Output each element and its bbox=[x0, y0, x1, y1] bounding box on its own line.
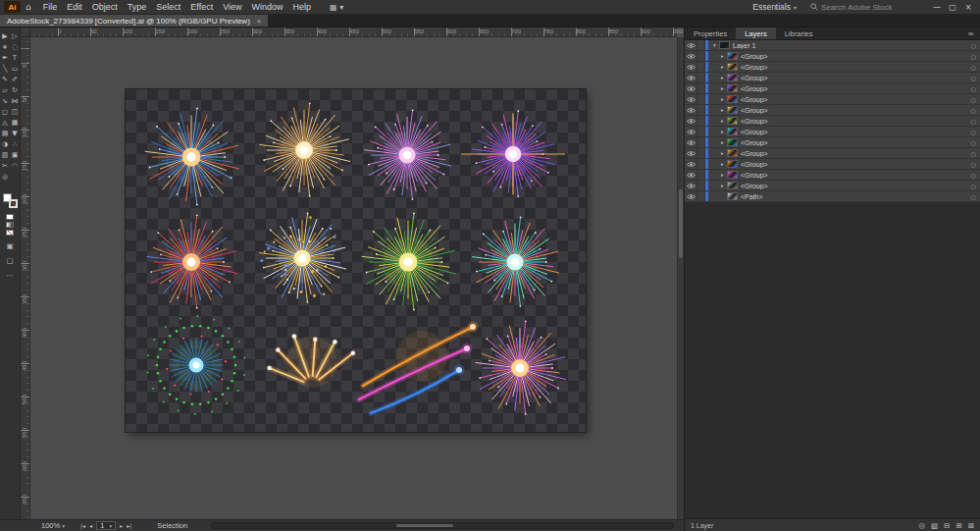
layer-thumbnail[interactable] bbox=[727, 160, 738, 168]
sublayer-row[interactable]: ▸<Group>○ bbox=[685, 62, 980, 73]
locate-object-icon[interactable]: ◎ bbox=[918, 521, 925, 530]
scale-tool[interactable]: ⇘ bbox=[0, 97, 10, 106]
lock-column[interactable] bbox=[697, 51, 705, 61]
pencil-tool[interactable]: ✐ bbox=[10, 76, 20, 84]
lock-column[interactable] bbox=[697, 127, 705, 136]
lock-column[interactable] bbox=[697, 181, 705, 190]
layer-target-icon[interactable]: ○ bbox=[966, 75, 980, 81]
blend-tool[interactable]: ◑ bbox=[0, 140, 10, 149]
layer-target-icon[interactable]: ○ bbox=[966, 150, 980, 157]
previous-artboard-icon[interactable]: ◂ bbox=[89, 522, 92, 529]
sublayer-row[interactable]: ▸<Group>○ bbox=[685, 148, 980, 159]
artboard-number-box[interactable]: 1 ▾ bbox=[96, 521, 116, 530]
expand-chevron-icon[interactable]: ▸ bbox=[718, 183, 727, 188]
visibility-eye-toggle[interactable] bbox=[685, 94, 697, 104]
new-sublayer-icon[interactable]: ⊟ bbox=[944, 521, 950, 530]
expand-chevron-icon[interactable]: ▸ bbox=[718, 75, 727, 80]
menu-item-view[interactable]: View bbox=[218, 2, 246, 12]
horizontal-ruler[interactable]: 0501001502002503003504004505005506006507… bbox=[30, 27, 677, 37]
tab-libraries[interactable]: Libraries bbox=[776, 27, 822, 39]
layer-target-icon[interactable]: ○ bbox=[966, 161, 980, 168]
panel-menu-icon[interactable]: ≡ bbox=[961, 27, 980, 39]
lock-column[interactable] bbox=[697, 40, 705, 50]
visibility-eye-toggle[interactable] bbox=[685, 116, 697, 126]
selection-tool[interactable]: ▶ bbox=[0, 32, 10, 41]
canvas[interactable] bbox=[30, 37, 677, 519]
layer-thumbnail[interactable] bbox=[727, 171, 738, 179]
lock-column[interactable] bbox=[697, 105, 705, 115]
expand-chevron-icon[interactable]: ▸ bbox=[718, 139, 727, 145]
stroke-color-swatch[interactable] bbox=[9, 199, 18, 208]
visibility-eye-toggle[interactable] bbox=[685, 159, 697, 169]
workspace-switcher[interactable]: Essentials ▾ bbox=[752, 2, 797, 12]
layer-thumbnail[interactable] bbox=[727, 138, 738, 146]
sublayer-row[interactable]: ▸<Group>○ bbox=[685, 83, 980, 94]
delete-layer-icon[interactable]: ⊠ bbox=[968, 521, 974, 530]
document-tab[interactable]: AdobeStock_273984339 [Converted].ai @ 10… bbox=[0, 15, 268, 27]
line-segment-tool[interactable]: ╲ bbox=[0, 65, 10, 74]
column-graph-tool[interactable]: ▥ bbox=[0, 151, 10, 160]
lock-column[interactable] bbox=[697, 83, 705, 93]
slice-tool[interactable]: ✂ bbox=[0, 162, 10, 171]
expand-chevron-icon[interactable]: ▸ bbox=[718, 53, 727, 59]
layer-thumbnail[interactable] bbox=[727, 95, 738, 103]
layer-thumbnail[interactable] bbox=[727, 84, 738, 92]
rotate-tool[interactable]: ↻ bbox=[10, 86, 20, 95]
vertical-ruler[interactable]: 050100150200250300350400450500550600650 bbox=[21, 37, 30, 519]
visibility-eye-toggle[interactable] bbox=[685, 73, 697, 82]
symbol-sprayer-tool[interactable]: ∴ bbox=[10, 140, 20, 149]
artboard-artwork[interactable] bbox=[126, 89, 586, 432]
expand-chevron-icon[interactable]: ▸ bbox=[718, 85, 727, 91]
arrange-documents-icon[interactable]: ▦ ▾ bbox=[330, 3, 343, 12]
rectangle-tool[interactable]: ▭ bbox=[10, 65, 20, 74]
lock-column[interactable] bbox=[697, 62, 705, 72]
layer-target-icon[interactable]: ○ bbox=[966, 96, 980, 103]
layer-target-icon[interactable]: ○ bbox=[966, 193, 980, 200]
new-layer-icon[interactable]: ⊞ bbox=[955, 521, 961, 530]
menu-item-window[interactable]: Window bbox=[247, 2, 288, 12]
lock-column[interactable] bbox=[697, 148, 705, 158]
visibility-eye-toggle[interactable] bbox=[685, 170, 697, 180]
sublayer-row[interactable]: ▸<Group>○ bbox=[685, 116, 980, 127]
layer-target-icon[interactable]: ○ bbox=[966, 139, 980, 146]
first-artboard-icon[interactable]: |◂ bbox=[80, 522, 85, 529]
minimize-button[interactable]: — bbox=[929, 3, 945, 12]
zoom-tool[interactable]: ◎ bbox=[0, 173, 10, 182]
expand-chevron-icon[interactable]: ▸ bbox=[718, 107, 727, 113]
layer-thumbnail[interactable] bbox=[727, 106, 738, 114]
gradient-button[interactable] bbox=[6, 222, 14, 228]
sublayer-row[interactable]: ▸<Group>○ bbox=[685, 159, 980, 170]
layer-thumbnail[interactable] bbox=[727, 52, 738, 60]
layer-thumbnail[interactable] bbox=[727, 182, 738, 189]
tab-layers[interactable]: Layers bbox=[736, 27, 776, 39]
sublayer-row[interactable]: ▸<Group>○ bbox=[685, 137, 980, 148]
none-button[interactable] bbox=[6, 230, 14, 236]
menu-item-type[interactable]: Type bbox=[123, 2, 152, 12]
pen-tool[interactable]: ✒ bbox=[0, 54, 10, 63]
menu-item-select[interactable]: Select bbox=[151, 2, 185, 12]
tab-properties[interactable]: Properties bbox=[685, 27, 736, 39]
zoom-level[interactable]: 100% bbox=[41, 521, 60, 530]
artboard-tool[interactable]: ▣ bbox=[10, 151, 20, 160]
sublayer-row[interactable]: ▸<Group>○ bbox=[685, 73, 980, 83]
sublayer-row[interactable]: ▸<Group>○ bbox=[685, 94, 980, 105]
expand-chevron-icon[interactable]: ▸ bbox=[718, 161, 727, 167]
clipping-mask-icon[interactable]: ▧ bbox=[931, 521, 938, 530]
layer-row[interactable]: ▾Layer 1○ bbox=[685, 40, 980, 51]
home-icon[interactable]: ⌂ bbox=[26, 2, 31, 12]
drawing-modes-icon[interactable]: ▣ bbox=[0, 241, 20, 250]
layer-thumbnail[interactable] bbox=[727, 74, 738, 81]
sublayer-row[interactable]: ▸<Group>○ bbox=[685, 181, 980, 191]
layer-target-icon[interactable]: ○ bbox=[966, 53, 980, 60]
layer-target-icon[interactable]: ○ bbox=[966, 42, 980, 49]
lasso-tool[interactable]: ◌ bbox=[10, 43, 20, 52]
expand-chevron-icon[interactable]: ▸ bbox=[718, 172, 727, 178]
layer-target-icon[interactable]: ○ bbox=[966, 183, 980, 189]
expand-chevron-icon[interactable]: ▸ bbox=[718, 96, 727, 102]
lock-column[interactable] bbox=[697, 137, 705, 147]
mesh-tool[interactable]: ▦ bbox=[10, 119, 20, 128]
horizontal-scrollbar-thumb[interactable] bbox=[396, 524, 453, 527]
lock-column[interactable] bbox=[697, 191, 705, 201]
direct-selection-tool[interactable]: ▷ bbox=[10, 32, 20, 41]
restore-button[interactable]: ▢ bbox=[945, 3, 960, 12]
